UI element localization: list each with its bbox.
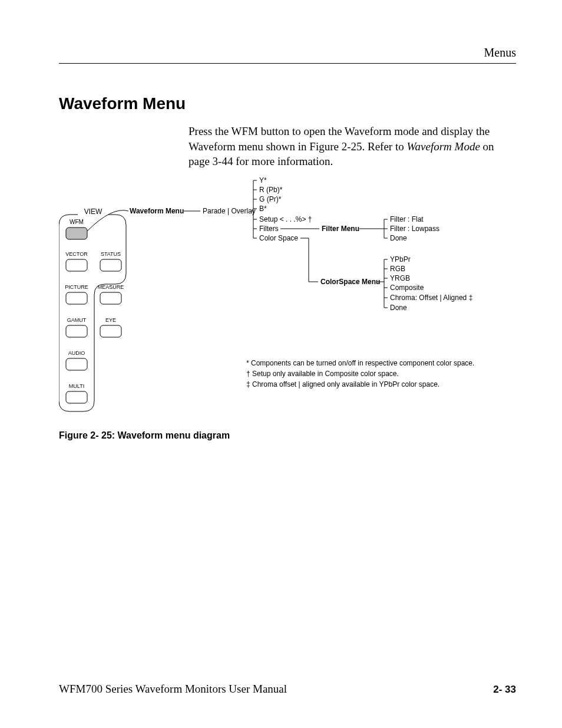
section-title: Waveform Menu xyxy=(59,94,186,113)
gamut-button: GAMUT xyxy=(66,317,87,337)
filter-flat: Filter : Flat xyxy=(390,215,424,223)
cs-chroma: Chroma: Offset | Aligned ‡ xyxy=(390,294,472,302)
audio-button: AUDIO xyxy=(66,350,87,370)
footnote-3: ‡ Chroma offset | aligned only available… xyxy=(246,380,439,388)
running-header: Menus xyxy=(59,46,516,64)
intro-paragraph: Press the WFM button to open the Wavefor… xyxy=(189,124,516,169)
filter-done: Done xyxy=(390,234,407,242)
item-filters: Filters xyxy=(259,225,279,233)
figure-diagram: VIEW WFM VECTOR STATUS PICTURE xyxy=(59,177,516,424)
svg-rect-16 xyxy=(66,358,87,370)
running-header-text: Menus xyxy=(484,46,516,59)
root-node: Waveform Menu xyxy=(130,207,184,215)
cs-composite: Composite xyxy=(390,284,424,292)
item-setup: Setup < . . .%> † xyxy=(259,215,312,223)
eye-button: EYE xyxy=(100,317,121,337)
svg-rect-18 xyxy=(66,391,87,403)
item-y: Y* xyxy=(259,177,267,185)
item-b: B* xyxy=(259,205,267,213)
svg-rect-2 xyxy=(66,228,87,239)
svg-text:VECTOR: VECTOR xyxy=(65,251,88,257)
item-colorspace: Color Space xyxy=(259,234,298,242)
item-g: G (Pr)* xyxy=(259,195,282,203)
wfm-button: WFM xyxy=(66,219,87,239)
svg-text:WFM: WFM xyxy=(70,219,84,225)
svg-text:MEASURE: MEASURE xyxy=(98,284,124,290)
filter-lowpass: Filter : Lowpass xyxy=(390,225,439,233)
measure-button: MEASURE xyxy=(98,284,124,304)
filter-menu-title: Filter Menu xyxy=(322,225,359,233)
svg-rect-6 xyxy=(100,259,121,271)
footer-page-number: 2- 33 xyxy=(493,684,516,696)
footnote-2: † Setup only available in Composite colo… xyxy=(246,370,399,378)
picture-button: PICTURE xyxy=(65,284,88,304)
svg-rect-14 xyxy=(100,325,121,337)
footnote-1: * Components can be turned on/off in res… xyxy=(246,359,474,367)
parade-overlay: Parade | Overlay xyxy=(203,207,256,215)
svg-rect-4 xyxy=(66,259,87,271)
status-button: STATUS xyxy=(100,251,121,271)
svg-text:GAMUT: GAMUT xyxy=(67,317,87,323)
figure-caption: Figure 2- 25: Waveform menu diagram xyxy=(59,430,230,441)
vector-button: VECTOR xyxy=(65,251,88,271)
svg-text:AUDIO: AUDIO xyxy=(68,350,85,356)
svg-rect-12 xyxy=(66,325,87,337)
cs-ypbpr: YPbPr xyxy=(390,255,411,263)
footer-manual-title: WFM700 Series Waveform Monitors User Man… xyxy=(59,683,287,696)
intro-em: Waveform Mode xyxy=(406,140,480,153)
svg-rect-8 xyxy=(66,292,87,304)
view-label: VIEW xyxy=(84,207,103,216)
multi-button: MULTI xyxy=(66,383,87,403)
cs-rgb: RGB xyxy=(390,265,405,273)
svg-text:STATUS: STATUS xyxy=(101,251,121,257)
svg-text:PICTURE: PICTURE xyxy=(65,284,88,290)
colorspace-menu-title: ColorSpace Menu xyxy=(320,278,380,286)
cs-yrgb: YRGB xyxy=(390,274,410,282)
svg-text:EYE: EYE xyxy=(105,317,116,323)
svg-text:MULTI: MULTI xyxy=(69,383,84,389)
svg-rect-10 xyxy=(100,292,121,304)
cs-done: Done xyxy=(390,304,407,312)
item-r: R (Pb)* xyxy=(259,186,283,194)
